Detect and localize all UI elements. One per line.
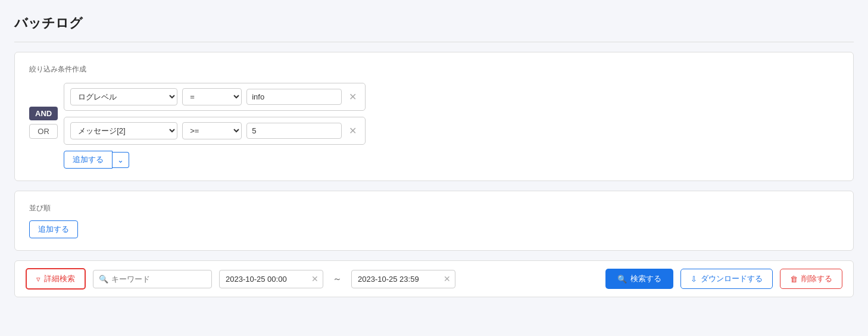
remove-condition-1-button[interactable]: ✕ bbox=[346, 92, 359, 102]
and-or-group: AND OR bbox=[29, 107, 58, 139]
value-input-2[interactable] bbox=[246, 123, 342, 139]
add-sort-button[interactable]: 追加する bbox=[29, 220, 78, 238]
add-condition-button[interactable]: 追加する bbox=[64, 151, 113, 169]
operator-select-2[interactable]: = != >= <= > < bbox=[182, 122, 242, 139]
detail-search-label: 詳細検索 bbox=[44, 273, 75, 284]
search-icon: 🔍 bbox=[617, 275, 627, 284]
filter-section: AND OR ログレベル メッセージ[2] = != >= <= > bbox=[29, 83, 839, 169]
delete-label: 削除する bbox=[801, 273, 832, 284]
remove-condition-2-button[interactable]: ✕ bbox=[346, 126, 359, 136]
date-to-wrap: ✕ bbox=[351, 270, 455, 288]
and-button[interactable]: AND bbox=[29, 107, 58, 120]
conditions-column: ログレベル メッセージ[2] = != >= <= > < ✕ bbox=[64, 83, 366, 169]
search-button[interactable]: 🔍 検索する bbox=[605, 269, 673, 289]
operator-select-1[interactable]: = != >= <= > < bbox=[182, 88, 242, 105]
filter-card: 絞り込み条件作成 AND OR ログレベル メッセージ[2] = != bbox=[14, 52, 854, 181]
date-from-clear-button[interactable]: ✕ bbox=[311, 275, 319, 283]
keyword-input-wrap: 🔍 bbox=[93, 270, 212, 288]
date-to-clear-button[interactable]: ✕ bbox=[444, 275, 451, 283]
field-select-2[interactable]: ログレベル メッセージ[2] bbox=[70, 122, 177, 139]
download-label: ダウンロードする bbox=[701, 273, 763, 284]
value-input-1[interactable] bbox=[246, 89, 342, 105]
keyword-input[interactable] bbox=[93, 270, 212, 288]
title-divider bbox=[14, 42, 854, 42]
date-range-separator: ～ bbox=[330, 273, 344, 285]
sort-section-label: 並び順 bbox=[29, 203, 839, 213]
condition-row-1: ログレベル メッセージ[2] = != >= <= > < ✕ bbox=[64, 83, 366, 111]
add-condition-dropdown-button[interactable]: ⌄ bbox=[113, 152, 129, 168]
date-from-wrap: ✕ bbox=[219, 270, 323, 288]
search-label: 検索する bbox=[630, 273, 661, 284]
filter-icon: ▿ bbox=[36, 275, 40, 284]
bottom-toolbar: ▿ 詳細検索 🔍 ✕ ～ ✕ 🔍 検索する ⇩ ダウンロードする 🗑 削除する bbox=[14, 260, 854, 297]
page-title: バッチログ bbox=[14, 14, 854, 32]
date-to-input[interactable] bbox=[351, 270, 455, 288]
download-icon: ⇩ bbox=[691, 275, 697, 284]
delete-button[interactable]: 🗑 削除する bbox=[780, 269, 842, 289]
date-from-input[interactable] bbox=[219, 270, 323, 288]
sort-card: 並び順 追加する bbox=[14, 191, 854, 251]
trash-icon: 🗑 bbox=[790, 275, 798, 284]
add-condition-row: 追加する ⌄ bbox=[64, 151, 366, 169]
download-button[interactable]: ⇩ ダウンロードする bbox=[680, 269, 773, 289]
condition-row-2: ログレベル メッセージ[2] = != >= <= > < ✕ bbox=[64, 117, 366, 145]
filter-section-label: 絞り込み条件作成 bbox=[29, 64, 839, 74]
field-select-1[interactable]: ログレベル メッセージ[2] bbox=[70, 88, 177, 105]
or-button[interactable]: OR bbox=[29, 124, 58, 139]
detail-search-button[interactable]: ▿ 詳細検索 bbox=[26, 268, 86, 290]
